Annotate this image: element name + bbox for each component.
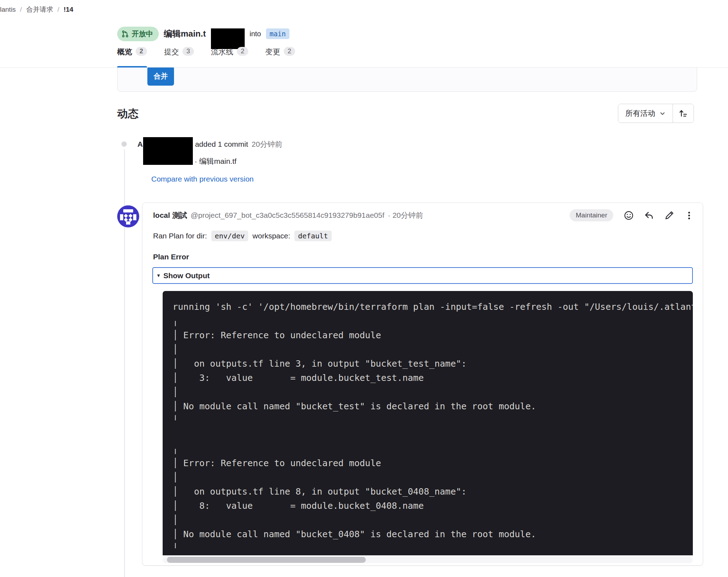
- reply-button[interactable]: [644, 211, 654, 220]
- comment-author-name[interactable]: local 測試: [153, 210, 187, 220]
- comment-summary-line: Ran Plan for dir: env/dev workspace: def…: [153, 231, 332, 241]
- merge-button[interactable]: 合并: [147, 66, 174, 86]
- tab-changes[interactable]: 变更 2: [265, 47, 295, 68]
- triangle-down-icon: ▼: [156, 273, 161, 278]
- event-action: added 1 commit: [195, 140, 248, 149]
- target-branch-chip[interactable]: main: [266, 28, 289, 39]
- pencil-icon: [664, 211, 674, 220]
- tab-count-badge: 2: [284, 47, 295, 56]
- scrollbar-thumb[interactable]: [167, 557, 366, 563]
- tab-label: 变更: [265, 47, 280, 57]
- workspace-code-chip: default: [294, 231, 331, 241]
- commit-event-line: A added 1 commit 20分钟前: [137, 139, 282, 151]
- commit-message[interactable]: · 编辑main.tf: [195, 156, 282, 166]
- tab-label: 提交: [164, 47, 179, 57]
- breadcrumb: lantis / 合并请求 / !14: [0, 5, 73, 14]
- show-output-label: Show Output: [163, 271, 210, 280]
- reply-arrow-icon: [644, 211, 654, 220]
- terminal-output: running 'sh -c' '/opt/homebrew/bin/terra…: [163, 291, 693, 555]
- plan-error-heading: Plan Error: [153, 253, 189, 261]
- compare-previous-version-link[interactable]: Compare with previous version: [151, 175, 254, 183]
- comment-author-handle[interactable]: @project_697_bot_c3a0c5c3c5565814c919327…: [191, 211, 385, 220]
- redaction-box: [143, 137, 193, 165]
- bot-comment-card: local 測試 @project_697_bot_c3a0c5c3c55658…: [142, 203, 703, 566]
- tab-overview[interactable]: 概览 2: [117, 47, 147, 68]
- comment-author-line: local 測試 @project_697_bot_c3a0c5c3c55658…: [153, 210, 423, 220]
- smiley-icon: [624, 211, 634, 220]
- activity-heading: 动态: [117, 107, 138, 121]
- kebab-menu-icon: [685, 211, 694, 220]
- activity-filter-label: 所有活动: [625, 108, 655, 118]
- avatar[interactable]: [117, 205, 139, 227]
- merge-request-page: 合并 lantis / 合并请求 / !14 开放中 编辑main.t i: [0, 0, 728, 577]
- breadcrumb-separator: /: [20, 6, 22, 14]
- breadcrumb-separator: /: [58, 6, 59, 14]
- terminal-text: running 'sh -c' '/opt/homebrew/bin/terra…: [163, 291, 693, 555]
- comment-actions: Maintainer: [570, 209, 694, 221]
- tab-count-badge: 2: [237, 47, 248, 56]
- tab-label: 概览: [117, 47, 132, 57]
- commit-event: A added 1 commit 20分钟前 · 编辑main.tf Compa…: [137, 139, 282, 183]
- comment-header: local 測試 @project_697_bot_c3a0c5c3c55658…: [153, 209, 694, 221]
- show-output-toggle[interactable]: ▼ Show Output: [152, 267, 693, 284]
- workspace-text: workspace:: [252, 232, 290, 240]
- timeline-dot: [121, 141, 127, 147]
- status-badge-label: 开放中: [132, 29, 153, 39]
- tab-count-badge: 3: [183, 47, 194, 56]
- mr-title: 编辑main.t: [164, 28, 206, 39]
- comment-timestamp[interactable]: · 20分钟前: [388, 210, 423, 220]
- chevron-down-icon: [659, 110, 665, 117]
- redaction-box: [211, 28, 245, 49]
- breadcrumb-project[interactable]: lantis: [0, 6, 16, 14]
- sort-direction-button[interactable]: [673, 104, 694, 123]
- status-badge: 开放中: [117, 27, 159, 41]
- activity-filter-dropdown[interactable]: 所有活动: [618, 104, 673, 123]
- sort-icon: [679, 109, 688, 118]
- tab-count-badge: 2: [136, 47, 147, 56]
- tab-commits[interactable]: 提交 3: [164, 47, 194, 68]
- mr-title-row: 开放中 编辑main.t into main: [117, 23, 289, 44]
- event-time: 20分钟前: [252, 139, 282, 149]
- sticky-header: lantis / 合并请求 / !14 开放中 编辑main.t into ma…: [0, 0, 728, 68]
- edit-comment-button[interactable]: [664, 211, 674, 220]
- breadcrumb-merge-requests[interactable]: 合并请求: [26, 5, 53, 14]
- merge-request-icon: [121, 30, 129, 38]
- tab-pipelines[interactable]: 流水线 2: [211, 47, 248, 68]
- tab-label: 流水线: [211, 47, 233, 57]
- dir-code-chip: env/dev: [211, 231, 248, 241]
- breadcrumb-mr-id: !14: [64, 6, 73, 14]
- more-options-button[interactable]: [685, 211, 694, 220]
- into-label: into: [250, 30, 261, 38]
- ran-plan-text: Ran Plan for dir:: [153, 232, 207, 240]
- activity-filter-group: 所有活动: [618, 104, 694, 123]
- event-author: A: [137, 140, 143, 149]
- emoji-reaction-button[interactable]: [624, 211, 634, 220]
- role-badge: Maintainer: [570, 209, 613, 221]
- mr-tabs: 概览 2 提交 3 流水线 2 变更 2: [117, 47, 295, 68]
- horizontal-scrollbar[interactable]: [163, 557, 693, 563]
